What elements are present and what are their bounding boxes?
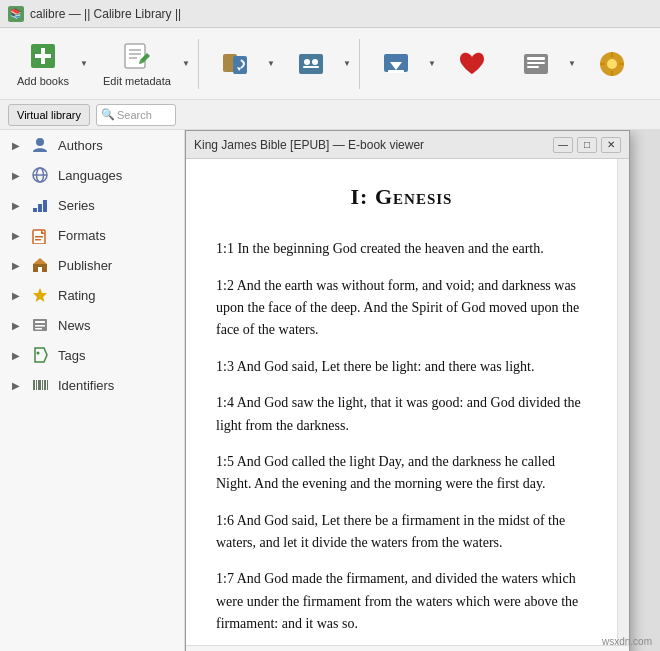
- verse-5-text: And God called the light Day, and the da…: [216, 454, 555, 491]
- news-button[interactable]: [506, 34, 566, 94]
- edit-metadata-label: Edit metadata: [103, 75, 171, 87]
- svg-rect-8: [233, 56, 247, 74]
- svg-rect-25: [600, 63, 605, 65]
- sidebar-identifiers-label: Identifiers: [58, 378, 114, 393]
- svg-point-22: [607, 59, 617, 69]
- edit-metadata-button[interactable]: Edit metadata: [94, 34, 180, 94]
- authors-expand-arrow: ▶: [12, 140, 20, 151]
- sidebar-item-identifiers[interactable]: ▶ Identifiers: [0, 370, 184, 400]
- svg-rect-49: [42, 380, 43, 390]
- chapter-title: I: Genesis: [216, 179, 587, 214]
- ebook-scrollbar[interactable]: [617, 159, 629, 645]
- get-books-button[interactable]: [366, 34, 426, 94]
- identifiers-expand-arrow: ▶: [12, 380, 20, 391]
- svg-point-12: [312, 59, 318, 65]
- maximize-button[interactable]: □: [577, 137, 597, 153]
- rating-expand-arrow: ▶: [12, 290, 20, 301]
- verse-2-text: And the earth was without form, and void…: [216, 278, 579, 338]
- search-input-container[interactable]: 🔍 Search: [96, 104, 176, 126]
- get-books-arrow[interactable]: ▼: [426, 34, 438, 94]
- publisher-expand-arrow: ▶: [12, 260, 20, 271]
- svg-rect-13: [303, 66, 319, 68]
- sidebar-item-news[interactable]: ▶ News: [0, 310, 184, 340]
- donate-icon: [456, 48, 488, 80]
- verse-3-text: And God said, Let there be light: and th…: [237, 359, 535, 374]
- sidebar-item-series[interactable]: ▶ Series: [0, 190, 184, 220]
- sidebar-item-languages[interactable]: ▶ Languages: [0, 160, 184, 190]
- verse-1: 1:1 In the beginning God created the hea…: [216, 238, 587, 260]
- ebook-content[interactable]: I: Genesis 1:1 In the beginning God crea…: [186, 159, 617, 645]
- view-arrow[interactable]: ▼: [341, 34, 353, 94]
- get-books-icon: [380, 48, 412, 80]
- publisher-icon: [30, 255, 50, 275]
- ebook-title-bar[interactable]: King James Bible [EPUB] — E-book viewer …: [186, 131, 629, 159]
- add-books-arrow[interactable]: ▼: [78, 34, 90, 94]
- sidebar-item-authors[interactable]: ▶ Authors: [0, 130, 184, 160]
- sidebar-content: ▶ Authors ▶ Lang: [0, 130, 184, 400]
- virtual-library-button[interactable]: Virtual library: [8, 104, 90, 126]
- watermark: wsxdn.com: [602, 636, 652, 647]
- svg-rect-44: [35, 328, 42, 330]
- svg-rect-33: [43, 200, 47, 212]
- sidebar-item-tags[interactable]: ▶ Tags: [0, 340, 184, 370]
- svg-rect-18: [527, 57, 545, 60]
- add-books-icon: [27, 40, 59, 72]
- preferences-icon: [596, 48, 628, 80]
- svg-rect-35: [35, 236, 43, 238]
- verse-6-text: And God said, Let there be a firmament i…: [216, 513, 565, 550]
- svg-rect-26: [619, 63, 624, 65]
- sidebar-formats-label: Formats: [58, 228, 106, 243]
- formats-icon: [30, 225, 50, 245]
- toolbar-sep-1: [198, 39, 199, 89]
- svg-rect-24: [611, 71, 613, 76]
- verse-6-ref: 1:6: [216, 513, 237, 528]
- ebook-viewer-window: King James Bible [EPUB] — E-book viewer …: [185, 130, 630, 651]
- verse-3: 1:3 And God said, Let there be light: an…: [216, 356, 587, 378]
- main-area: ▶ Authors ▶ Lang: [0, 130, 660, 651]
- verse-5-ref: 1:5: [216, 454, 237, 469]
- content-pane: King James Bible [EPUB] — E-book viewer …: [185, 130, 660, 651]
- verse-4: 1:4 And God saw the light, that it was g…: [216, 392, 587, 437]
- svg-rect-39: [38, 267, 42, 272]
- verse-1-text: In the beginning God created the heaven …: [237, 241, 543, 256]
- svg-rect-46: [33, 380, 35, 390]
- app-icon: 📚: [8, 6, 24, 22]
- sidebar-item-formats[interactable]: ▶ Formats: [0, 220, 184, 250]
- search-icon: 🔍: [101, 108, 115, 121]
- rating-icon: [30, 285, 50, 305]
- verse-3-ref: 1:3: [216, 359, 237, 374]
- sidebar: ▶ Authors ▶ Lang: [0, 130, 185, 651]
- add-books-button[interactable]: Add books: [8, 34, 78, 94]
- verse-2: 1:2 And the earth was without form, and …: [216, 275, 587, 342]
- sidebar-news-label: News: [58, 318, 91, 333]
- series-icon: [30, 195, 50, 215]
- preferences-button[interactable]: [582, 34, 642, 94]
- verse-4-ref: 1:4: [216, 395, 237, 410]
- ebook-title: King James Bible [EPUB] — E-book viewer: [194, 138, 553, 152]
- view-button[interactable]: [281, 34, 341, 94]
- minimize-button[interactable]: —: [553, 137, 573, 153]
- svg-rect-23: [611, 52, 613, 57]
- convert-button[interactable]: [205, 34, 265, 94]
- sidebar-tags-label: Tags: [58, 348, 85, 363]
- svg-rect-36: [35, 239, 41, 241]
- close-button[interactable]: ✕: [601, 137, 621, 153]
- edit-metadata-arrow[interactable]: ▼: [180, 34, 192, 94]
- sidebar-item-publisher[interactable]: ▶ Publisher: [0, 250, 184, 280]
- main-toolbar: Add books ▼ Edit metadata ▼: [0, 28, 660, 100]
- svg-rect-31: [33, 208, 37, 212]
- verse-6: 1:6 And God said, Let there be a firmame…: [216, 510, 587, 555]
- svg-rect-10: [299, 54, 323, 74]
- convert-icon: [219, 48, 251, 80]
- identifiers-icon: [30, 375, 50, 395]
- app-title-bar: 📚 calibre — || Calibre Library ||: [0, 0, 660, 28]
- sidebar-item-rating[interactable]: ▶ Rating: [0, 280, 184, 310]
- news-arrow[interactable]: ▼: [566, 34, 578, 94]
- news-sidebar-icon: [30, 315, 50, 335]
- verse-7-text: And God made the firmament, and divided …: [216, 571, 578, 631]
- edit-metadata-icon: [121, 40, 153, 72]
- donate-button[interactable]: [442, 34, 502, 94]
- convert-arrow[interactable]: ▼: [265, 34, 277, 94]
- svg-rect-3: [125, 44, 145, 68]
- sidebar-authors-label: Authors: [58, 138, 103, 153]
